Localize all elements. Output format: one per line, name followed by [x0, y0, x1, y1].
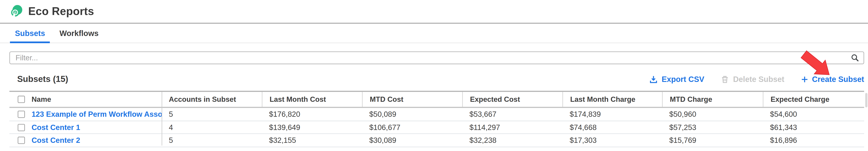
mtd-cost-cell: $50,089: [362, 108, 462, 121]
row-checkbox[interactable]: [18, 124, 25, 131]
tab-workflows-label: Workflows: [60, 29, 99, 38]
table-scrollbar[interactable]: [865, 93, 867, 108]
expected-charge-cell: $54,600: [763, 108, 864, 121]
create-subset-button[interactable]: Create Subset: [801, 75, 864, 84]
accounts-in-subset-cell: 5: [162, 134, 262, 147]
section-title: Subsets (15): [17, 74, 68, 84]
expected-cost-cell: $114,297: [462, 121, 562, 134]
row-checkbox[interactable]: [18, 137, 25, 144]
header-cell-expected-charge: Expected Charge: [763, 92, 864, 107]
mtd-charge-cell: $57,253: [662, 121, 763, 134]
mtd-cost-cell: $30,089: [362, 134, 462, 147]
expected-charge-cell: $16,896: [763, 134, 864, 147]
tab-workflows[interactable]: Workflows: [55, 24, 103, 42]
delete-subset-label: Delete Subset: [733, 75, 784, 84]
tab-subsets-label: Subsets: [15, 29, 45, 38]
header-cell-mtd-charge: MTD Charge: [662, 92, 763, 107]
select-all-checkbox[interactable]: [18, 96, 25, 103]
subsets-table: Name Accounts in Subset Last Month Cost …: [9, 91, 864, 147]
table-row: Cost Center 2 5 $32,155 $30,089 $32,238 …: [9, 134, 864, 147]
header-cell-last-month-cost: Last Month Cost: [262, 92, 362, 107]
last-month-charge-cell: $174,839: [562, 108, 662, 121]
subset-name-link[interactable]: Cost Center 1: [32, 123, 80, 131]
last-month-cost-cell: $176,820: [262, 108, 362, 121]
mtd-cost-cell: $106,677: [362, 121, 462, 134]
last-month-cost-cell: $32,155: [262, 134, 362, 147]
accounts-in-subset-cell: 5: [162, 108, 262, 121]
header-cell-accounts: Accounts in Subset: [162, 92, 262, 107]
name-cell: 123 Example of Perm Workflow Association: [9, 108, 161, 121]
table-actions: Export CSV Delete Subset Create Subset: [633, 75, 864, 84]
tab-subsets[interactable]: Subsets: [10, 24, 50, 42]
screenshot-viewport: Eco Reports Subsets Workflows Subsets (1…: [0, 0, 868, 151]
header-cell-name: Name: [9, 92, 161, 107]
mtd-charge-cell: $15,769: [662, 134, 763, 147]
filter-bar: [9, 52, 864, 64]
expected-cost-cell: $32,238: [462, 134, 562, 147]
expected-charge-cell: $61,343: [763, 121, 864, 134]
section-bar: Subsets (15) Export CSV Delete Subset: [9, 71, 864, 87]
last-month-charge-cell: $74,668: [562, 121, 662, 134]
tab-bar: Subsets Workflows: [0, 24, 868, 43]
table-body: 123 Example of Perm Workflow Association…: [9, 108, 864, 147]
name-cell: Cost Center 1: [9, 121, 161, 134]
export-csv-button[interactable]: Export CSV: [649, 75, 704, 84]
table-row: 123 Example of Perm Workflow Association…: [9, 108, 864, 121]
header-cell-last-month-charge: Last Month Charge: [562, 92, 662, 107]
expected-cost-cell: $53,667: [462, 108, 562, 121]
eco-reports-page: Eco Reports Subsets Workflows Subsets (1…: [0, 0, 868, 151]
app-header: Eco Reports: [0, 0, 868, 24]
accounts-in-subset-cell: 4: [162, 121, 262, 134]
eco-logo-icon: [10, 5, 23, 18]
delete-subset-button[interactable]: Delete Subset: [721, 75, 784, 84]
export-csv-label: Export CSV: [662, 75, 704, 84]
last-month-cost-cell: $139,649: [262, 121, 362, 134]
plus-icon: [801, 76, 808, 83]
name-column-divider: [161, 92, 162, 146]
header-cell-expected-cost: Expected Cost: [462, 92, 562, 107]
table-header-row: Name Accounts in Subset Last Month Cost …: [9, 92, 864, 108]
mtd-charge-cell: $50,960: [662, 108, 763, 121]
header-name-label: Name: [32, 95, 51, 104]
download-icon: [649, 75, 658, 83]
create-subset-label: Create Subset: [812, 75, 864, 84]
filter-input[interactable]: [9, 52, 864, 64]
page-title: Eco Reports: [28, 5, 94, 18]
trash-icon: [721, 75, 729, 83]
last-month-charge-cell: $17,303: [562, 134, 662, 147]
row-checkbox[interactable]: [18, 111, 25, 118]
subset-name-link[interactable]: 123 Example of Perm Workflow Association: [32, 110, 161, 119]
table-row: Cost Center 1 4 $139,649 $106,677 $114,2…: [9, 121, 864, 134]
search-icon: [851, 54, 859, 62]
subset-name-link[interactable]: Cost Center 2: [32, 136, 80, 145]
header-cell-mtd-cost: MTD Cost: [362, 92, 462, 107]
name-cell: Cost Center 2: [9, 134, 161, 147]
